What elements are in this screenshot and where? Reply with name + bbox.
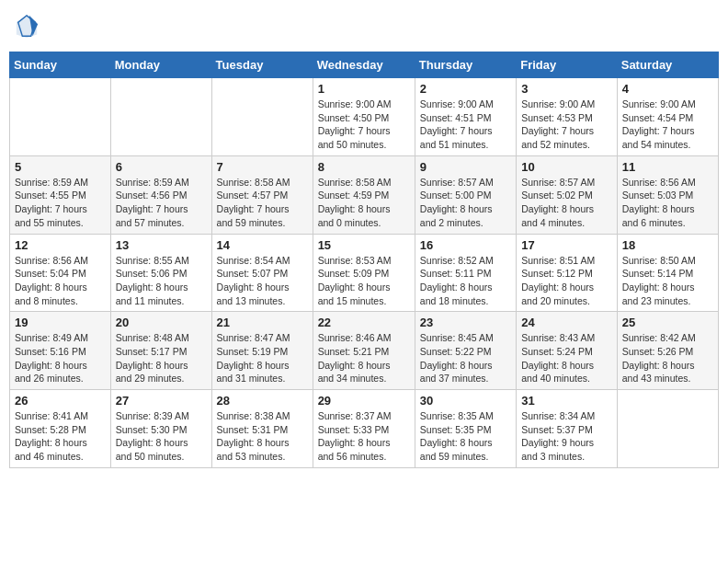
- calendar-cell: 14Sunrise: 8:54 AMSunset: 5:07 PMDayligh…: [211, 234, 313, 312]
- calendar-cell: 10Sunrise: 8:57 AMSunset: 5:02 PMDayligh…: [517, 155, 618, 234]
- calendar-cell: [617, 390, 718, 468]
- day-number: 7: [217, 160, 308, 174]
- calendar-cell: 26Sunrise: 8:41 AMSunset: 5:28 PMDayligh…: [10, 390, 111, 468]
- day-info: Sunrise: 8:47 AMSunset: 5:19 PMDaylight:…: [217, 331, 308, 385]
- day-info: Sunrise: 8:59 AMSunset: 4:55 PMDaylight:…: [15, 176, 106, 230]
- day-info: Sunrise: 8:49 AMSunset: 5:16 PMDaylight:…: [15, 331, 106, 385]
- calendar-cell: 18Sunrise: 8:50 AMSunset: 5:14 PMDayligh…: [617, 234, 718, 312]
- day-number: 18: [622, 238, 713, 252]
- day-number: 13: [116, 238, 207, 252]
- day-info: Sunrise: 8:45 AMSunset: 5:22 PMDaylight:…: [420, 331, 511, 385]
- day-number: 17: [521, 238, 612, 252]
- calendar-cell: 7Sunrise: 8:58 AMSunset: 4:57 PMDaylight…: [211, 155, 313, 234]
- day-number: 29: [318, 394, 410, 408]
- calendar-cell: 15Sunrise: 8:53 AMSunset: 5:09 PMDayligh…: [313, 234, 415, 312]
- day-number: 5: [15, 160, 106, 174]
- day-number: 28: [217, 394, 308, 408]
- calendar-cell: [10, 78, 111, 156]
- day-info: Sunrise: 8:50 AMSunset: 5:14 PMDaylight:…: [622, 254, 713, 308]
- day-number: 11: [622, 160, 713, 174]
- day-info: Sunrise: 8:43 AMSunset: 5:24 PMDaylight:…: [521, 331, 612, 385]
- day-info: Sunrise: 8:52 AMSunset: 5:11 PMDaylight:…: [420, 254, 511, 308]
- day-number: 2: [420, 82, 511, 96]
- day-info: Sunrise: 8:56 AMSunset: 5:04 PMDaylight:…: [15, 254, 106, 308]
- page-header: [9, 9, 719, 44]
- calendar-cell: 27Sunrise: 8:39 AMSunset: 5:30 PMDayligh…: [110, 390, 211, 468]
- calendar-cell: 9Sunrise: 8:57 AMSunset: 5:00 PMDaylight…: [415, 155, 516, 234]
- calendar-cell: 23Sunrise: 8:45 AMSunset: 5:22 PMDayligh…: [415, 312, 516, 390]
- day-number: 3: [521, 82, 612, 96]
- day-info: Sunrise: 8:41 AMSunset: 5:28 PMDaylight:…: [15, 409, 106, 464]
- calendar-cell: 11Sunrise: 8:56 AMSunset: 5:03 PMDayligh…: [617, 155, 718, 234]
- weekday-header-monday: Monday: [110, 52, 211, 78]
- calendar-cell: 20Sunrise: 8:48 AMSunset: 5:17 PMDayligh…: [110, 312, 211, 390]
- weekday-header-saturday: Saturday: [617, 52, 718, 78]
- weekday-header-tuesday: Tuesday: [211, 52, 313, 78]
- day-number: 26: [15, 394, 106, 408]
- day-number: 24: [521, 316, 612, 329]
- day-info: Sunrise: 8:34 AMSunset: 5:37 PMDaylight:…: [521, 409, 612, 464]
- calendar-week-row: 12Sunrise: 8:56 AMSunset: 5:04 PMDayligh…: [10, 234, 719, 312]
- day-number: 14: [217, 238, 308, 252]
- day-info: Sunrise: 8:46 AMSunset: 5:21 PMDaylight:…: [318, 331, 410, 385]
- day-number: 31: [521, 394, 612, 408]
- day-info: Sunrise: 8:57 AMSunset: 5:00 PMDaylight:…: [420, 176, 511, 230]
- day-number: 4: [622, 82, 713, 96]
- calendar-cell: [110, 78, 211, 156]
- day-number: 8: [318, 160, 410, 174]
- calendar-cell: 4Sunrise: 9:00 AMSunset: 4:54 PMDaylight…: [617, 78, 718, 156]
- day-info: Sunrise: 8:53 AMSunset: 5:09 PMDaylight:…: [318, 254, 410, 308]
- day-info: Sunrise: 9:00 AMSunset: 4:50 PMDaylight:…: [318, 98, 410, 152]
- calendar-cell: 31Sunrise: 8:34 AMSunset: 5:37 PMDayligh…: [517, 390, 618, 468]
- day-number: 16: [420, 238, 511, 252]
- calendar-cell: 5Sunrise: 8:59 AMSunset: 4:55 PMDaylight…: [10, 155, 111, 234]
- calendar-week-row: 26Sunrise: 8:41 AMSunset: 5:28 PMDayligh…: [10, 390, 719, 468]
- day-number: 20: [116, 316, 207, 329]
- day-number: 25: [622, 316, 713, 329]
- calendar-week-row: 5Sunrise: 8:59 AMSunset: 4:55 PMDaylight…: [10, 155, 719, 234]
- calendar-cell: 13Sunrise: 8:55 AMSunset: 5:06 PMDayligh…: [110, 234, 211, 312]
- calendar-cell: 16Sunrise: 8:52 AMSunset: 5:11 PMDayligh…: [415, 234, 516, 312]
- day-info: Sunrise: 8:58 AMSunset: 4:57 PMDaylight:…: [217, 176, 308, 230]
- day-info: Sunrise: 8:51 AMSunset: 5:12 PMDaylight:…: [521, 254, 612, 308]
- day-number: 6: [116, 160, 207, 174]
- day-info: Sunrise: 8:48 AMSunset: 5:17 PMDaylight:…: [116, 331, 207, 385]
- day-number: 22: [318, 316, 410, 329]
- day-info: Sunrise: 8:39 AMSunset: 5:30 PMDaylight:…: [116, 409, 207, 464]
- calendar-cell: 22Sunrise: 8:46 AMSunset: 5:21 PMDayligh…: [313, 312, 415, 390]
- day-info: Sunrise: 9:00 AMSunset: 4:54 PMDaylight:…: [622, 98, 713, 152]
- day-info: Sunrise: 8:54 AMSunset: 5:07 PMDaylight:…: [217, 254, 308, 308]
- weekday-header-wednesday: Wednesday: [313, 52, 415, 78]
- day-info: Sunrise: 8:38 AMSunset: 5:31 PMDaylight:…: [217, 409, 308, 464]
- day-info: Sunrise: 9:00 AMSunset: 4:51 PMDaylight:…: [420, 98, 511, 152]
- day-info: Sunrise: 8:58 AMSunset: 4:59 PMDaylight:…: [318, 176, 410, 230]
- calendar-cell: 8Sunrise: 8:58 AMSunset: 4:59 PMDaylight…: [313, 155, 415, 234]
- calendar-cell: 12Sunrise: 8:56 AMSunset: 5:04 PMDayligh…: [10, 234, 111, 312]
- calendar-cell: 19Sunrise: 8:49 AMSunset: 5:16 PMDayligh…: [10, 312, 111, 390]
- logo: [14, 14, 43, 40]
- day-number: 21: [217, 316, 308, 329]
- day-number: 12: [15, 238, 106, 252]
- day-number: 15: [318, 238, 410, 252]
- calendar-cell: 6Sunrise: 8:59 AMSunset: 4:56 PMDaylight…: [110, 155, 211, 234]
- calendar-cell: 21Sunrise: 8:47 AMSunset: 5:19 PMDayligh…: [211, 312, 313, 390]
- day-info: Sunrise: 9:00 AMSunset: 4:53 PMDaylight:…: [521, 98, 612, 152]
- day-number: 27: [116, 394, 207, 408]
- calendar-cell: 24Sunrise: 8:43 AMSunset: 5:24 PMDayligh…: [517, 312, 618, 390]
- day-number: 19: [15, 316, 106, 329]
- calendar-cell: 2Sunrise: 9:00 AMSunset: 4:51 PMDaylight…: [415, 78, 516, 156]
- logo-icon: [14, 14, 40, 40]
- day-info: Sunrise: 8:55 AMSunset: 5:06 PMDaylight:…: [116, 254, 207, 308]
- calendar-cell: 29Sunrise: 8:37 AMSunset: 5:33 PMDayligh…: [313, 390, 415, 468]
- weekday-header-sunday: Sunday: [10, 52, 111, 78]
- calendar-cell: 28Sunrise: 8:38 AMSunset: 5:31 PMDayligh…: [211, 390, 313, 468]
- day-info: Sunrise: 8:37 AMSunset: 5:33 PMDaylight:…: [318, 409, 410, 464]
- weekday-header-row: SundayMondayTuesdayWednesdayThursdayFrid…: [10, 52, 719, 78]
- day-number: 1: [318, 82, 410, 96]
- day-info: Sunrise: 8:35 AMSunset: 5:35 PMDaylight:…: [420, 409, 511, 464]
- day-number: 23: [420, 316, 511, 329]
- calendar-cell: [211, 78, 313, 156]
- calendar-week-row: 1Sunrise: 9:00 AMSunset: 4:50 PMDaylight…: [10, 78, 719, 156]
- day-info: Sunrise: 8:59 AMSunset: 4:56 PMDaylight:…: [116, 176, 207, 230]
- calendar-cell: 25Sunrise: 8:42 AMSunset: 5:26 PMDayligh…: [617, 312, 718, 390]
